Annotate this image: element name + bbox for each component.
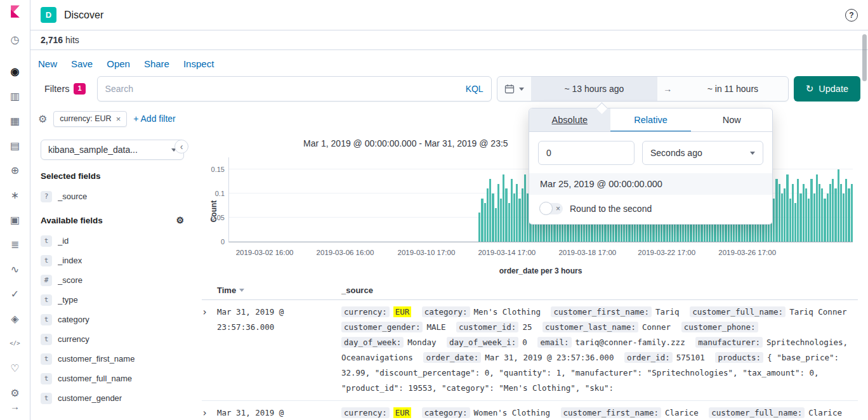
hits-count: 2,716 <box>41 35 63 45</box>
field-item-customer_gender[interactable]: tcustomer_gender <box>41 388 184 408</box>
source-cell: currency:EUR category:Women's Clothing c… <box>341 405 858 420</box>
tab-now[interactable]: Now <box>691 108 772 132</box>
histogram-bar <box>487 188 489 242</box>
source-field-name: day_of_week_i: <box>447 337 518 348</box>
histogram-bar <box>505 188 507 242</box>
help-icon[interactable]: ? <box>845 9 858 22</box>
histogram-bar <box>524 174 526 242</box>
relative-unit-select[interactable]: Seconds ago <box>642 141 763 165</box>
histogram-bar <box>478 213 480 242</box>
source-field-name: currency: <box>341 407 390 418</box>
filter-pill[interactable]: currency: EUR × <box>53 111 127 127</box>
field-type-icon: t <box>41 294 52 306</box>
time-column-header[interactable]: Time <box>217 285 341 295</box>
field-name: _source <box>58 192 87 201</box>
expand-row-icon[interactable]: › <box>202 305 217 320</box>
field-item-_index[interactable]: t_index <box>41 251 184 270</box>
kibana-logo[interactable] <box>0 0 30 23</box>
visualize-icon[interactable]: ▥ <box>8 89 23 104</box>
dashboard-icon[interactable]: ▦ <box>8 114 23 129</box>
remove-filter-icon[interactable]: × <box>116 114 121 124</box>
date-start-button[interactable]: ~ 13 hours ago <box>531 77 658 101</box>
dev-tools-icon[interactable]: </> <box>8 336 23 351</box>
source-field-name: day_of_week: <box>341 337 404 348</box>
histogram-bar <box>513 194 515 242</box>
x-tick-label: 2019-03-14 17:00 <box>478 249 536 256</box>
metrics-icon[interactable]: ▣ <box>8 213 23 228</box>
field-type-icon: t <box>41 314 52 325</box>
histogram-bar <box>805 188 807 242</box>
field-name: _score <box>58 275 82 285</box>
management-icon[interactable]: ⚙ <box>8 386 23 401</box>
menu-new-link[interactable]: New <box>38 58 57 69</box>
source-field-name: email: <box>537 337 571 348</box>
search-input[interactable] <box>105 84 461 94</box>
index-pattern-label: kibana_sample_data... <box>48 145 138 155</box>
source-field-value: 0 <box>522 338 527 347</box>
histogram-bar <box>495 208 497 242</box>
histogram-bar <box>843 194 845 242</box>
menu-save-link[interactable]: Save <box>71 58 93 69</box>
x-tick-label: 2019-03-02 16:00 <box>236 249 294 256</box>
field-item-_id[interactable]: t_id <box>41 231 184 251</box>
filter-options-gear-icon[interactable]: ⚙ <box>38 113 47 125</box>
field-item-_type[interactable]: t_type <box>41 290 184 310</box>
source-field-value: Monday <box>407 338 436 347</box>
date-end-button[interactable]: ~ in 11 hours <box>678 84 787 94</box>
tab-relative[interactable]: Relative <box>610 108 692 132</box>
collapse-fields-panel-button[interactable]: ‹ <box>174 140 188 154</box>
date-preview: Mar 25, 2019 @ 00:00:00.000 <box>529 173 772 195</box>
field-item-customer_first_name[interactable]: tcustomer_first_name <box>41 349 184 369</box>
field-item-category[interactable]: tcategory <box>41 310 184 329</box>
histogram-bar <box>503 174 504 242</box>
field-filter-gear-icon[interactable]: ⚙ <box>176 215 184 225</box>
tab-absolute[interactable]: Absolute <box>529 108 610 132</box>
expand-row-icon[interactable]: › <box>202 405 217 420</box>
field-item-_source[interactable]: ?_source <box>41 187 184 206</box>
field-item-customer_full_name[interactable]: tcustomer_full_name <box>41 369 184 388</box>
histogram-bar <box>816 174 818 242</box>
apm-icon[interactable]: ∿ <box>8 262 23 277</box>
stack-monitoring-icon[interactable]: ♡ <box>8 361 23 376</box>
index-pattern-select[interactable]: kibana_sample_data... <box>41 140 184 160</box>
discover-app-badge[interactable]: D <box>41 7 56 23</box>
menu-inspect-link[interactable]: Inspect <box>183 58 214 69</box>
chart-xticks: 2019-03-02 16:002019-03-06 16:002019-03-… <box>228 249 853 259</box>
maps-icon[interactable]: ⊕ <box>8 163 23 178</box>
update-button[interactable]: ↻ Update <box>794 76 860 102</box>
scrollbar[interactable] <box>862 34 867 81</box>
source-field-name: manufacturer: <box>695 337 763 348</box>
round-row: × Round to the second <box>529 195 772 224</box>
uptime-icon[interactable]: ✓ <box>8 287 23 302</box>
recent-icon[interactable]: ◷ <box>8 32 23 48</box>
field-item-_score[interactable]: #_score <box>41 270 184 290</box>
kql-selector[interactable]: KQL <box>461 84 483 94</box>
chevron-down-icon <box>519 88 524 91</box>
histogram-bar <box>794 203 796 242</box>
menu-open-link[interactable]: Open <box>107 58 130 69</box>
logs-icon[interactable]: ≣ <box>8 237 23 253</box>
field-item-currency[interactable]: tcurrency <box>41 329 184 349</box>
update-label: Update <box>819 84 848 94</box>
histogram-bar <box>497 184 499 242</box>
field-name: _type <box>58 295 78 305</box>
canvas-icon[interactable]: ▤ <box>8 138 23 154</box>
histogram-bar <box>779 184 780 242</box>
add-filter-button[interactable]: + Add filter <box>133 114 176 124</box>
histogram-bar <box>484 203 486 242</box>
relative-amount-input[interactable] <box>538 141 635 165</box>
histogram-bar <box>784 188 786 242</box>
filters-button[interactable]: Filters 1 <box>38 76 92 102</box>
round-toggle[interactable]: × <box>540 203 563 214</box>
source-column-header: _source <box>341 285 858 295</box>
machine-learning-icon[interactable]: ∗ <box>8 188 23 203</box>
histogram-bar <box>832 179 834 242</box>
highlighted-value: EUR <box>393 407 412 418</box>
expand-nav-icon[interactable]: → <box>8 401 23 412</box>
discover-icon[interactable]: ◉ <box>8 64 23 79</box>
source-field-name: products: <box>715 352 763 363</box>
field-type-icon: ? <box>41 191 52 202</box>
menu-share-link[interactable]: Share <box>144 58 169 69</box>
datepicker-calendar-button[interactable] <box>497 77 531 101</box>
siem-icon[interactable]: ◈ <box>8 312 23 327</box>
